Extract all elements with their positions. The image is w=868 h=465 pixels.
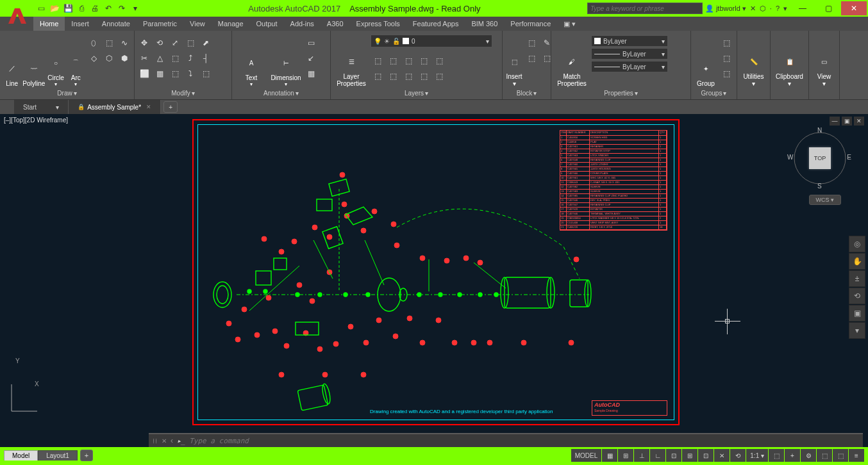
nav-orbit-icon[interactable]: ⟲ <box>849 288 865 304</box>
layer-dropdown[interactable]: 💡 ☀ 🔓 0 ▾ <box>371 35 492 47</box>
arc-button[interactable]: ⌒Arc▾ <box>67 32 85 87</box>
clipboard-button[interactable]: 📋Clipboard▾ <box>773 32 806 87</box>
status-toggle-button[interactable]: ⬚ <box>833 449 848 462</box>
utilities-button[interactable]: 📏Utilities▾ <box>740 32 767 87</box>
layer-tool-button[interactable]: ⬚ <box>432 69 446 83</box>
polyline-button[interactable]: 〰Polyline <box>22 32 45 87</box>
qat-redo-icon[interactable]: ↷ <box>115 2 128 15</box>
layer-tool-button[interactable]: ⬚ <box>432 54 446 68</box>
draw-tool-button[interactable]: ⬚ <box>102 36 116 50</box>
vp-close-icon[interactable]: ✕ <box>854 117 864 126</box>
layer-tool-button[interactable]: ⬚ <box>417 54 431 68</box>
modify-tool-button[interactable]: ⬚ <box>199 67 213 81</box>
circle-button[interactable]: ○Circle▾ <box>46 32 65 87</box>
qat-dropdown-icon[interactable]: ▾ <box>129 2 142 15</box>
file-tab-document[interactable]: 🔒Assembly Sample*✕ <box>69 100 161 114</box>
color-dropdown[interactable]: ByLayer▾ <box>591 35 668 47</box>
status-model[interactable]: MODEL <box>571 449 602 462</box>
status-toggle-button[interactable]: + <box>785 449 800 462</box>
draw-tool-button[interactable]: ◇ <box>87 51 101 65</box>
group-tool-button[interactable]: ⬚ <box>719 36 733 50</box>
file-tab-start[interactable]: Start▾ <box>14 100 69 114</box>
qat-saveas-icon[interactable]: ⎙ <box>75 2 88 15</box>
layer-tool-button[interactable]: ⬚ <box>371 69 385 83</box>
ribbon-options-icon[interactable]: ▣ ▾ <box>557 17 582 31</box>
panel-draw-label[interactable]: Draw ▾ <box>3 88 131 98</box>
ribbon-tab-add-ins[interactable]: Add-ins <box>284 17 321 31</box>
layer-properties-button[interactable]: ☰ Layer Properties <box>333 32 369 87</box>
qat-save-icon[interactable]: 💾 <box>62 2 74 15</box>
vp-minimize-icon[interactable]: — <box>830 117 840 126</box>
ribbon-tab-performance[interactable]: Performance <box>504 17 557 31</box>
panel-groups-label[interactable]: Groups ▾ <box>694 88 734 98</box>
modify-tool-button[interactable]: ✥ <box>137 36 151 50</box>
modify-tool-button[interactable]: ▦ <box>153 67 167 81</box>
status-toggle-button[interactable]: ⊡ <box>698 449 714 462</box>
cmdline-close-icon[interactable]: ✕ <box>162 437 167 445</box>
text-button[interactable]: AText▾ <box>235 32 268 87</box>
layer-tool-button[interactable]: ⬚ <box>401 69 415 83</box>
status-menu-icon[interactable]: ≡ <box>849 449 864 462</box>
model-tab[interactable]: Model <box>4 450 38 461</box>
command-input[interactable] <box>189 437 859 445</box>
modify-tool-button[interactable]: ✂ <box>137 51 151 65</box>
qat-open-icon[interactable]: 📂 <box>48 2 61 15</box>
modify-tool-button[interactable]: ⬈ <box>199 36 213 50</box>
modify-tool-button[interactable]: △ <box>153 51 167 65</box>
status-toggle-button[interactable]: ⟲ <box>730 449 746 462</box>
qat-plot-icon[interactable]: 🖨 <box>88 2 101 15</box>
modify-tool-button[interactable]: ⬜ <box>137 67 151 81</box>
ribbon-tab-a360[interactable]: A360 <box>321 17 350 31</box>
app-logo[interactable] <box>4 3 31 29</box>
layer-tool-button[interactable]: ⬚ <box>386 69 400 83</box>
group-button[interactable]: ✦ Group <box>694 32 718 87</box>
ribbon-tab-home[interactable]: Home <box>33 17 65 31</box>
viewport[interactable]: [–][Top][2D Wireframe] — ▣ ✕ ITEMPART NU… <box>0 114 868 447</box>
group-tool-button[interactable]: ⬚ <box>719 67 733 81</box>
add-layout-button[interactable]: + <box>80 450 93 461</box>
cmdline-recent-icon[interactable]: ‹ <box>171 436 173 445</box>
status-toggle-button[interactable]: ✕ <box>714 449 730 462</box>
modify-tool-button[interactable]: ⬚ <box>168 51 182 65</box>
nav-showmotion-icon[interactable]: ▣ <box>849 305 865 322</box>
status-scale[interactable]: 1:1 ▾ <box>746 449 768 462</box>
ribbon-tab-annotate[interactable]: Annotate <box>96 17 137 31</box>
ribbon-tab-view[interactable]: View <box>183 17 212 31</box>
nav-pan-icon[interactable]: ✋ <box>849 253 865 270</box>
signin-button[interactable]: 👤 jtbworld ▾ <box>705 4 746 13</box>
minimize-button[interactable]: — <box>790 1 815 15</box>
help-icon[interactable]: ? <box>776 4 780 12</box>
annotation-tool-button[interactable]: ↙ <box>304 51 318 65</box>
dimension-button[interactable]: ⊢Dimension▾ <box>269 32 303 87</box>
maximize-button[interactable]: ▢ <box>815 1 841 15</box>
viewcube-face[interactable]: TOP <box>809 147 831 169</box>
panel-layers-label[interactable]: Layers ▾ <box>333 88 499 98</box>
viewport-controls[interactable]: [–][Top][2D Wireframe] <box>4 117 68 124</box>
layout-tab[interactable]: Layout1 <box>38 450 78 461</box>
layer-tool-button[interactable]: ⬚ <box>386 54 400 68</box>
ribbon-tab-featured-apps[interactable]: Featured Apps <box>406 17 465 31</box>
draw-tool-button[interactable]: ∿ <box>117 36 131 50</box>
status-toggle-button[interactable]: ∟ <box>650 449 665 462</box>
draw-tool-button[interactable]: ⬯ <box>87 36 101 50</box>
nav-wheel-icon[interactable]: ◎ <box>849 236 865 252</box>
status-toggle-button[interactable]: ▦ <box>602 449 617 462</box>
exchange-icon[interactable]: ✕ <box>750 4 756 13</box>
lineweight-dropdown[interactable]: ByLayer▾ <box>591 61 668 72</box>
layer-tool-button[interactable]: ⬚ <box>401 54 415 68</box>
nav-expand-icon[interactable]: ▾ <box>849 322 865 339</box>
status-toggle-button[interactable]: ⚙ <box>801 449 816 462</box>
draw-tool-button[interactable]: ⬡ <box>102 51 116 65</box>
status-toggle-button[interactable]: ⬚ <box>769 449 784 462</box>
status-toggle-button[interactable]: ⊥ <box>634 449 649 462</box>
insert-button[interactable]: ⬚ Insert▾ <box>505 32 523 87</box>
close-tab-icon[interactable]: ✕ <box>146 104 151 110</box>
modify-tool-button[interactable]: ⤢ <box>168 36 182 50</box>
draw-tool-button[interactable]: ⬢ <box>117 51 131 65</box>
modify-tool-button[interactable]: ┤ <box>199 51 213 65</box>
command-line[interactable]: ⁞⁞ ✕ ‹ ▸_ <box>149 433 863 447</box>
new-tab-button[interactable]: + <box>163 101 178 113</box>
block-tool-button[interactable]: ⬚ <box>524 51 538 65</box>
view-button[interactable]: ▭View▾ <box>812 32 837 87</box>
annotation-tool-button[interactable]: ▦ <box>304 67 318 81</box>
